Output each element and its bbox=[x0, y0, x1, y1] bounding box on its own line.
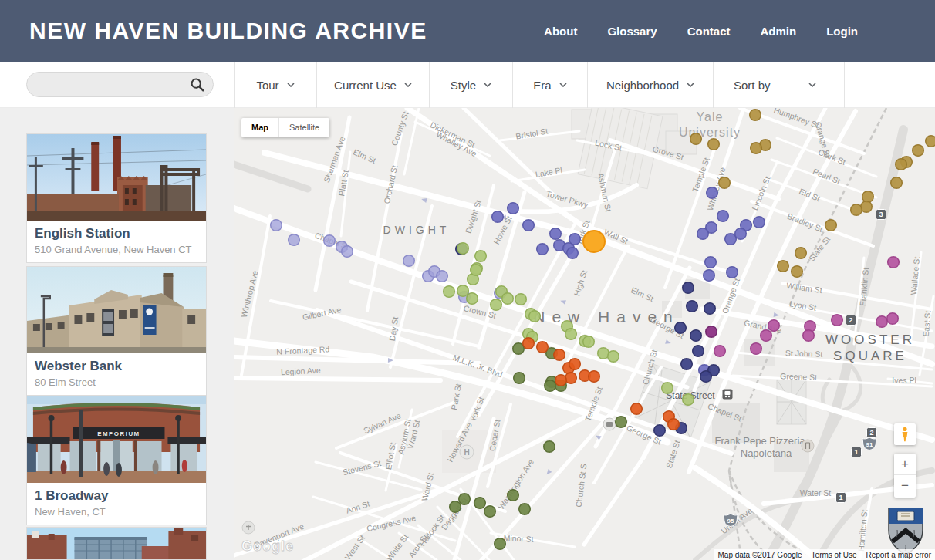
building-card-partial[interactable] bbox=[26, 527, 207, 560]
map-marker[interactable] bbox=[342, 246, 353, 258]
map-marker[interactable] bbox=[795, 248, 807, 259]
map-marker[interactable] bbox=[704, 303, 716, 315]
map-marker[interactable] bbox=[891, 177, 903, 189]
map-marker[interactable] bbox=[537, 244, 549, 255]
map-marker[interactable] bbox=[450, 501, 461, 513]
map-marker[interactable] bbox=[750, 110, 761, 121]
filter-style[interactable]: Style bbox=[429, 62, 512, 108]
map-marker[interactable] bbox=[565, 373, 577, 384]
map-marker[interactable] bbox=[457, 285, 469, 297]
map-marker[interactable] bbox=[714, 346, 726, 357]
map-marker[interactable] bbox=[631, 403, 643, 415]
building-title[interactable]: Webster Bank bbox=[35, 359, 198, 374]
map-marker[interactable] bbox=[484, 506, 496, 518]
map-button[interactable]: Map bbox=[241, 118, 278, 137]
filter-sort-by[interactable]: Sort by bbox=[713, 62, 845, 108]
building-title[interactable]: 1 Broadway bbox=[35, 488, 198, 504]
map-marker[interactable] bbox=[862, 191, 874, 203]
map-marker[interactable] bbox=[717, 211, 729, 222]
map-marker[interactable] bbox=[693, 346, 704, 357]
map-marker[interactable] bbox=[569, 359, 581, 370]
zoom-out-button[interactable]: − bbox=[894, 475, 916, 497]
map-marker[interactable] bbox=[289, 234, 300, 246]
map-marker[interactable] bbox=[475, 251, 487, 262]
map-marker[interactable] bbox=[514, 373, 525, 384]
map-marker[interactable] bbox=[705, 257, 717, 268]
nav-about[interactable]: About bbox=[544, 25, 577, 38]
filter-neighborhood[interactable]: Neighborhood bbox=[587, 62, 713, 108]
map-marker[interactable] bbox=[519, 504, 531, 515]
map-marker[interactable] bbox=[687, 301, 698, 312]
map-marker[interactable] bbox=[662, 383, 673, 394]
map-marker[interactable] bbox=[926, 136, 935, 147]
map-marker[interactable] bbox=[513, 343, 525, 355]
map-marker[interactable] bbox=[768, 320, 780, 332]
map-marker[interactable] bbox=[735, 228, 747, 240]
map-marker[interactable] bbox=[751, 343, 762, 355]
map-marker[interactable] bbox=[523, 338, 535, 349]
map-marker[interactable] bbox=[467, 293, 478, 305]
map-marker[interactable] bbox=[697, 228, 709, 240]
map-marker[interactable] bbox=[851, 204, 862, 216]
filter-era[interactable]: Era bbox=[512, 62, 587, 108]
building-card-english-station[interactable]: English Station 510 Grand Avenue, New Ha… bbox=[26, 133, 207, 263]
map-marker[interactable] bbox=[913, 145, 924, 157]
map-marker[interactable] bbox=[403, 255, 415, 267]
map-marker[interactable] bbox=[832, 315, 843, 326]
map-marker[interactable] bbox=[324, 235, 336, 247]
map-marker[interactable] bbox=[502, 293, 514, 305]
map-marker[interactable] bbox=[529, 311, 541, 322]
map-marker[interactable] bbox=[608, 351, 619, 363]
map-marker[interactable] bbox=[725, 234, 737, 245]
map-marker[interactable] bbox=[437, 271, 448, 282]
map-marker[interactable] bbox=[751, 143, 762, 154]
search-input[interactable] bbox=[38, 76, 187, 95]
map-marker[interactable] bbox=[555, 375, 567, 386]
nav-login[interactable]: Login bbox=[826, 25, 858, 38]
map-marker[interactable] bbox=[683, 394, 694, 406]
map-marker[interactable] bbox=[681, 359, 693, 370]
map-marker[interactable] bbox=[616, 417, 627, 428]
map-marker[interactable] bbox=[668, 419, 680, 430]
map-marker[interactable] bbox=[508, 203, 519, 214]
map-marker[interactable] bbox=[754, 217, 765, 228]
map-marker[interactable] bbox=[565, 329, 577, 340]
nav-admin[interactable]: Admin bbox=[761, 25, 797, 38]
map-marker[interactable] bbox=[459, 494, 471, 505]
map-marker[interactable] bbox=[508, 490, 519, 501]
map-marker[interactable] bbox=[545, 380, 556, 392]
filter-current-use[interactable]: Current Use bbox=[316, 62, 429, 108]
map-marker[interactable] bbox=[471, 265, 482, 276]
map-marker[interactable] bbox=[704, 270, 715, 282]
map-marker[interactable] bbox=[589, 371, 600, 383]
zoom-in-button[interactable]: + bbox=[894, 454, 916, 475]
map-marker[interactable] bbox=[515, 294, 527, 305]
building-card-webster-bank[interactable]: Webster Bank 80 Elm Street bbox=[26, 266, 207, 396]
map-marker[interactable] bbox=[683, 282, 694, 294]
map-marker[interactable] bbox=[495, 538, 506, 550]
map-marker[interactable] bbox=[707, 187, 718, 199]
search-box[interactable] bbox=[26, 72, 214, 97]
map-marker[interactable] bbox=[825, 220, 837, 231]
map-marker[interactable] bbox=[457, 243, 469, 255]
map-marker[interactable] bbox=[778, 261, 789, 272]
map-marker[interactable] bbox=[690, 133, 702, 145]
highlighted-map-marker[interactable] bbox=[583, 231, 605, 252]
building-card-1-broadway[interactable]: EMPORIUM 1 Broadway New Haven, CT bbox=[26, 396, 207, 525]
nav-contact[interactable]: Contact bbox=[687, 25, 731, 38]
terms-of-use-link[interactable]: Terms of Use bbox=[812, 551, 857, 559]
map-marker[interactable] bbox=[706, 326, 717, 338]
building-title[interactable]: English Station bbox=[35, 226, 198, 241]
map-marker[interactable] bbox=[537, 342, 549, 353]
map-marker[interactable] bbox=[523, 220, 535, 231]
satellite-button[interactable]: Satellite bbox=[278, 118, 329, 137]
map-marker[interactable] bbox=[567, 248, 579, 259]
map-marker[interactable] bbox=[888, 257, 900, 268]
map-marker[interactable] bbox=[761, 330, 772, 342]
map-marker[interactable] bbox=[675, 322, 687, 334]
map-marker[interactable] bbox=[654, 425, 666, 437]
map-marker[interactable] bbox=[544, 441, 555, 453]
map-marker[interactable] bbox=[803, 330, 815, 342]
map-marker[interactable] bbox=[708, 139, 720, 150]
map-marker[interactable] bbox=[492, 211, 504, 223]
